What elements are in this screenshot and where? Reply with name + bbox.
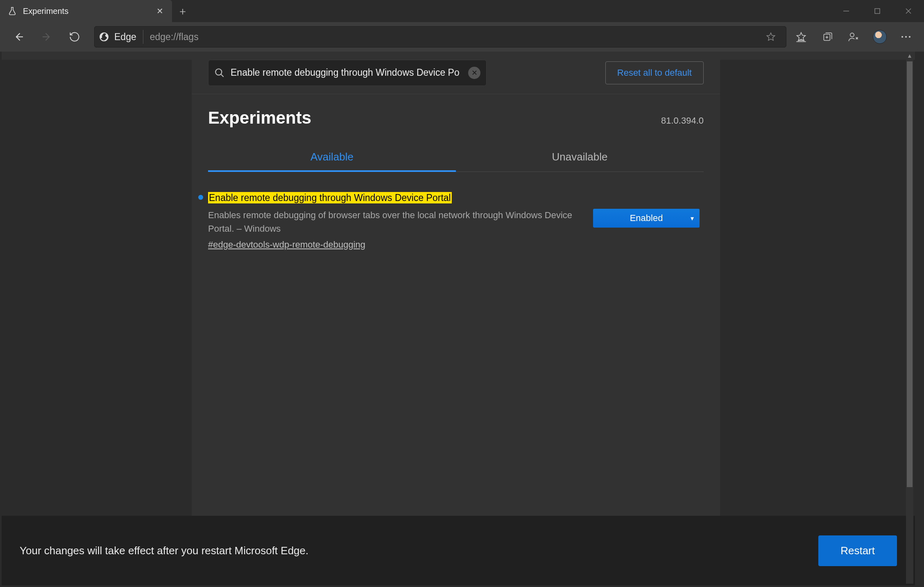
collections-button[interactable] [816, 25, 839, 48]
favorite-star-icon[interactable] [765, 32, 782, 42]
back-button[interactable] [7, 25, 31, 48]
tabs: Available Unavailable [208, 143, 704, 172]
toolbar: Edge edge://flags [0, 22, 924, 52]
browser-tab[interactable]: Experiments ✕ [0, 0, 172, 22]
flag-description: Enables remote debugging of browser tabs… [208, 208, 585, 235]
url-text: edge://flags [143, 32, 765, 43]
feedback-button[interactable] [842, 25, 865, 48]
flag-item: Enable remote debugging through Windows … [192, 172, 720, 250]
chevron-down-icon: ▾ [691, 214, 694, 222]
flags-search-input[interactable]: Enable remote debugging through Windows … [208, 60, 487, 86]
settings-menu-button[interactable] [895, 25, 917, 48]
page-header: Experiments 81.0.394.0 [192, 94, 720, 132]
favorites-button[interactable] [790, 25, 813, 48]
scroll-up-icon[interactable]: ▲ [907, 52, 913, 60]
svg-point-9 [850, 33, 854, 37]
window-close-button[interactable] [893, 0, 924, 22]
tab-title: Experiments [23, 7, 149, 16]
restart-message: Your changes will take effect after you … [20, 544, 818, 557]
address-bar[interactable]: Edge edge://flags [94, 26, 786, 47]
restart-button[interactable]: Restart [818, 535, 897, 566]
flag-anchor-link[interactable]: #edge-devtools-wdp-remote-debugging [208, 239, 365, 250]
window-maximize-button[interactable] [862, 0, 893, 22]
tab-available[interactable]: Available [208, 143, 456, 172]
svg-point-13 [215, 69, 222, 75]
page: Enable remote debugging through Windows … [2, 52, 915, 585]
version-label: 81.0.394.0 [661, 115, 704, 126]
scroll-thumb[interactable] [907, 61, 913, 487]
svg-line-14 [221, 74, 224, 77]
flag-title: Enable remote debugging through Windows … [208, 192, 452, 203]
svg-point-10 [901, 36, 903, 38]
page-title: Experiments [208, 108, 311, 128]
reset-all-button[interactable]: Reset all to default [605, 61, 704, 84]
new-tab-button[interactable]: ＋ [172, 0, 193, 22]
search-row: Enable remote debugging through Windows … [192, 52, 720, 94]
flag-state-select[interactable]: Enabled ▾ [593, 209, 700, 228]
avatar-icon [873, 30, 887, 44]
svg-rect-1 [875, 9, 880, 14]
forward-button[interactable] [34, 25, 59, 48]
flag-state-value: Enabled [630, 213, 663, 224]
clear-search-button[interactable]: ✕ [468, 67, 480, 79]
modified-dot-icon [198, 195, 203, 200]
site-identity[interactable]: Edge [99, 30, 143, 44]
flask-icon [7, 6, 17, 16]
search-value: Enable remote debugging through Windows … [231, 67, 462, 78]
window-minimize-button[interactable] [831, 0, 862, 22]
site-label: Edge [114, 32, 136, 43]
restart-bar: Your changes will take effect after you … [2, 516, 915, 585]
svg-point-12 [909, 36, 910, 38]
refresh-button[interactable] [62, 25, 87, 48]
titlebar: Experiments ✕ ＋ [0, 0, 924, 22]
content: Enable remote debugging through Windows … [192, 52, 720, 516]
scrollbar[interactable]: ▲ [906, 52, 913, 584]
svg-point-11 [905, 36, 907, 38]
profile-button[interactable] [868, 25, 891, 48]
tab-unavailable[interactable]: Unavailable [456, 143, 704, 172]
tab-close-button[interactable]: ✕ [155, 6, 165, 16]
